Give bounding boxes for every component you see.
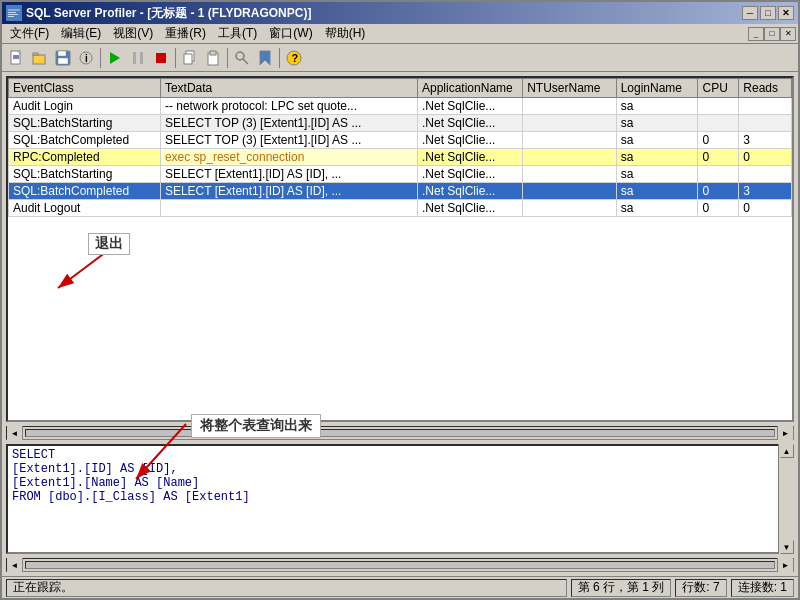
table-row[interactable]: Audit Logout.Net SqlClie...sa00 [9, 200, 792, 217]
paste-button[interactable] [202, 47, 224, 69]
app-icon [6, 5, 22, 21]
col-header-textdata[interactable]: TextData [160, 79, 417, 98]
help-button[interactable]: ? [283, 47, 305, 69]
bottom-scroll-right[interactable]: ► [777, 558, 793, 572]
col-header-cpu[interactable]: CPU [698, 79, 739, 98]
scroll-down-btn[interactable]: ▼ [780, 540, 794, 554]
table-wrapper[interactable]: EventClass TextData ApplicationName NTUs… [8, 78, 792, 420]
window-title: SQL Server Profiler - [无标题 - 1 (FLYDRAGO… [26, 5, 742, 22]
sql-text-area[interactable]: SELECT [Extent1].[ID] AS [ID], [Extent1]… [6, 444, 794, 554]
cell-eventclass: Audit Logout [9, 200, 161, 217]
col-header-appname[interactable]: ApplicationName [418, 79, 523, 98]
col-header-login[interactable]: LoginName [616, 79, 698, 98]
cell-reads: 0 [739, 149, 792, 166]
copy-button[interactable] [179, 47, 201, 69]
cell-textdata: SELECT TOP (3) [Extent1].[ID] AS ... [160, 132, 417, 149]
svg-rect-19 [156, 53, 166, 63]
menu-window[interactable]: 窗口(W) [263, 23, 318, 44]
table-row[interactable]: Audit Login-- network protocol: LPC set … [9, 98, 792, 115]
cell-textdata [160, 200, 417, 217]
run-button[interactable] [104, 47, 126, 69]
cell-cpu: 0 [698, 183, 739, 200]
table-row[interactable]: SQL:BatchStartingSELECT TOP (3) [Extent1… [9, 115, 792, 132]
pause-button[interactable] [127, 47, 149, 69]
separator-1 [100, 48, 101, 68]
col-header-eventclass[interactable]: EventClass [9, 79, 161, 98]
cell-reads: 0 [739, 200, 792, 217]
window-controls: ─ □ ✕ [742, 6, 794, 20]
menu-tools[interactable]: 工具(T) [212, 23, 263, 44]
bookmark-button[interactable] [254, 47, 276, 69]
cell-cpu [698, 166, 739, 183]
properties-button[interactable]: i [75, 47, 97, 69]
scroll-right-btn[interactable]: ► [777, 426, 793, 440]
main-content: EventClass TextData ApplicationName NTUs… [2, 72, 798, 576]
toolbar: i ? [2, 44, 798, 72]
scroll-up-btn[interactable]: ▲ [780, 444, 794, 458]
menu-view[interactable]: 视图(V) [107, 23, 159, 44]
col-header-ntuser[interactable]: NTUserName [523, 79, 616, 98]
svg-marker-16 [110, 52, 120, 64]
stop-button[interactable] [150, 47, 172, 69]
cell-ntuser [523, 200, 616, 217]
cell-cpu [698, 115, 739, 132]
svg-rect-3 [8, 14, 18, 15]
col-header-reads[interactable]: Reads [739, 79, 792, 98]
minimize-button[interactable]: ─ [742, 6, 758, 20]
status-position: 第 6 行，第 1 列 [571, 579, 672, 597]
inner-minimize-button[interactable]: _ [748, 27, 764, 41]
table-row[interactable]: SQL:BatchCompletedSELECT TOP (3) [Extent… [9, 132, 792, 149]
trace-table: EventClass TextData ApplicationName NTUs… [8, 78, 792, 217]
v-scrollbar[interactable]: ▲ ▼ [778, 444, 794, 554]
svg-rect-17 [133, 52, 136, 64]
save-button[interactable] [52, 47, 74, 69]
cell-reads [739, 115, 792, 132]
cell-appname: .Net SqlClie... [418, 132, 523, 149]
svg-point-24 [236, 52, 244, 60]
svg-marker-26 [260, 51, 270, 65]
table-row[interactable]: SQL:BatchStartingSELECT [Extent1].[ID] A… [9, 166, 792, 183]
menu-edit[interactable]: 编辑(E) [55, 23, 107, 44]
cell-appname: .Net SqlClie... [418, 183, 523, 200]
separator-3 [227, 48, 228, 68]
cell-eventclass: Audit Login [9, 98, 161, 115]
cell-reads: 3 [739, 132, 792, 149]
bottom-h-scrollbar[interactable]: ◄ ► [6, 558, 794, 572]
scroll-left-btn[interactable]: ◄ [7, 426, 23, 440]
svg-rect-4 [8, 16, 14, 17]
new-button[interactable] [6, 47, 28, 69]
cell-textdata: -- network protocol: LPC set quote... [160, 98, 417, 115]
menu-file[interactable]: 文件(F) [4, 23, 55, 44]
h-scrollbar[interactable]: ◄ ► [6, 426, 794, 440]
cell-ntuser [523, 149, 616, 166]
menu-replay[interactable]: 重播(R) [159, 23, 212, 44]
bottom-scroll-left[interactable]: ◄ [7, 558, 23, 572]
cell-cpu [698, 98, 739, 115]
inner-restore-button[interactable]: □ [764, 27, 780, 41]
menu-help[interactable]: 帮助(H) [319, 23, 372, 44]
cell-ntuser [523, 132, 616, 149]
cell-reads [739, 166, 792, 183]
inner-close-button[interactable]: ✕ [780, 27, 796, 41]
cell-ntuser [523, 166, 616, 183]
cell-textdata: SELECT [Extent1].[ID] AS [ID], ... [160, 183, 417, 200]
cell-login: sa [616, 115, 698, 132]
cell-ntuser [523, 115, 616, 132]
table-row[interactable]: RPC:Completedexec sp_reset_connection.Ne… [9, 149, 792, 166]
separator-4 [279, 48, 280, 68]
title-bar: SQL Server Profiler - [无标题 - 1 (FLYDRAGO… [2, 2, 798, 24]
cell-login: sa [616, 132, 698, 149]
cell-textdata: SELECT [Extent1].[ID] AS [ID], ... [160, 166, 417, 183]
status-main: 正在跟踪。 [6, 579, 567, 597]
find-button[interactable] [231, 47, 253, 69]
cell-login: sa [616, 200, 698, 217]
open-button[interactable] [29, 47, 51, 69]
cell-reads: 3 [739, 183, 792, 200]
restore-button[interactable]: □ [760, 6, 776, 20]
table-row[interactable]: SQL:BatchCompletedSELECT [Extent1].[ID] … [9, 183, 792, 200]
main-window: SQL Server Profiler - [无标题 - 1 (FLYDRAGO… [0, 0, 800, 600]
close-button[interactable]: ✕ [778, 6, 794, 20]
svg-rect-2 [8, 12, 16, 13]
svg-text:?: ? [292, 52, 299, 64]
cell-eventclass: SQL:BatchCompleted [9, 183, 161, 200]
